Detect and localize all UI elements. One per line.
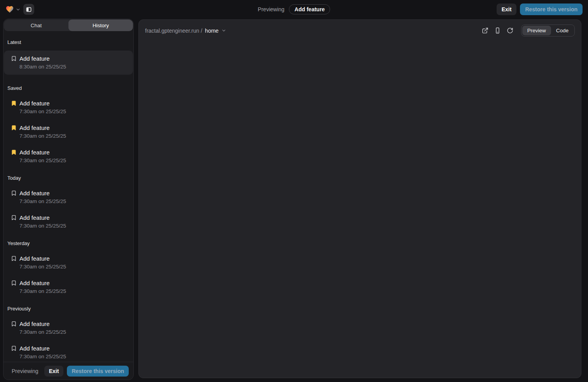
version-item[interactable]: Add feature 7:30am on 25/25/25 xyxy=(7,148,130,165)
version-item[interactable]: Add feature 7:30am on 25/25/25 xyxy=(7,320,130,336)
version-item-timestamp: 7:30am on 25/25/25 xyxy=(19,287,130,295)
open-in-new-tab-button[interactable] xyxy=(482,27,488,34)
preview-url-domain: fractal.gptengineer.run / xyxy=(145,28,202,34)
section-title: Today xyxy=(7,175,130,181)
bookmark-icon xyxy=(11,321,17,327)
preview-panel: fractal.gptengineer.run / home xyxy=(138,19,581,378)
smartphone-icon xyxy=(494,27,501,34)
tab-history[interactable]: History xyxy=(68,19,133,31)
history-section: Yesterday Add feature 7:30am on 25/25/25… xyxy=(7,240,130,295)
toggle-preview[interactable]: Preview xyxy=(522,26,551,35)
version-item-timestamp: 7:30am on 25/25/25 xyxy=(19,157,130,165)
section-title: Saved xyxy=(7,85,130,91)
version-pill[interactable]: Add feature xyxy=(289,4,330,14)
version-item-title: Add feature xyxy=(19,344,130,353)
section-title: Yesterday xyxy=(7,240,130,246)
version-item[interactable]: Add feature 7:30am on 25/25/25 xyxy=(7,99,130,116)
version-item[interactable]: Add feature 7:30am on 25/25/25 xyxy=(7,189,130,205)
app-logo-menu[interactable] xyxy=(5,5,21,14)
version-item[interactable]: Add feature 7:30am on 25/25/25 xyxy=(7,124,130,140)
toggle-sidebar-button[interactable] xyxy=(23,4,34,15)
toggle-code[interactable]: Code xyxy=(551,26,574,35)
bookmark-icon xyxy=(11,256,17,261)
footer-previewing-label: Previewing xyxy=(12,368,41,374)
version-item[interactable]: Add feature 7:30am on 25/25/25 xyxy=(7,344,130,361)
topbar: Previewing Add feature Exit Restore this… xyxy=(0,0,588,19)
preview-code-toggle: PreviewCode xyxy=(521,25,575,37)
version-item-title: Add feature xyxy=(19,254,130,263)
bookmark-icon xyxy=(11,149,17,155)
refresh-preview-button[interactable] xyxy=(507,27,513,34)
version-item-title: Add feature xyxy=(19,189,130,198)
preview-header: fractal.gptengineer.run / home xyxy=(139,20,581,37)
version-item-title: Add feature xyxy=(19,99,130,108)
chevron-down-icon xyxy=(221,28,226,33)
version-item-timestamp: 7:30am on 25/25/25 xyxy=(19,328,130,336)
history-sidebar: ChatHistory Latest Add feature 8:30am on… xyxy=(3,19,134,380)
version-item-timestamp: 7:30am on 25/25/25 xyxy=(19,353,130,361)
bookmark-icon xyxy=(11,190,17,196)
tab-chat[interactable]: Chat xyxy=(4,19,68,31)
footer-exit-button[interactable]: Exit xyxy=(44,366,64,377)
bookmark-icon xyxy=(11,215,17,221)
version-item-title: Add feature xyxy=(19,279,130,287)
version-item-timestamp: 7:30am on 25/25/25 xyxy=(19,198,130,205)
preview-url-page: home xyxy=(205,28,219,34)
history-section: Previously Add feature 7:30am on 25/25/2… xyxy=(7,306,130,361)
bookmark-icon xyxy=(11,125,17,131)
exit-button[interactable]: Exit xyxy=(497,4,517,15)
version-history-list: Latest Add feature 8:30am on 25/25/25 Sa… xyxy=(4,32,133,362)
preview-url-selector[interactable]: fractal.gptengineer.run / home xyxy=(145,28,226,34)
chevron-down-icon xyxy=(16,7,21,12)
mobile-preview-button[interactable] xyxy=(494,27,501,34)
refresh-icon xyxy=(507,27,513,34)
version-item-timestamp: 7:30am on 25/25/25 xyxy=(19,108,130,116)
panel-left-icon xyxy=(26,6,32,13)
bookmark-icon xyxy=(11,280,17,286)
lovable-heart-logo xyxy=(5,5,14,14)
sidebar-tabs: ChatHistory xyxy=(4,19,133,31)
bookmark-icon xyxy=(11,345,17,351)
history-section: Saved Add feature 7:30am on 25/25/25 Add… xyxy=(7,85,130,165)
version-item[interactable]: Add feature 7:30am on 25/25/25 xyxy=(7,214,130,230)
external-link-icon xyxy=(482,27,488,34)
version-item[interactable]: Add feature 7:30am on 25/25/25 xyxy=(7,254,130,271)
version-item-title: Add feature xyxy=(19,320,130,328)
history-section: Latest Add feature 8:30am on 25/25/25 xyxy=(7,39,130,75)
version-item-title: Add feature xyxy=(19,124,130,132)
version-item-timestamp: 7:30am on 25/25/25 xyxy=(19,222,130,230)
version-item-title: Add feature xyxy=(19,148,130,157)
section-title: Latest xyxy=(7,39,130,45)
section-title: Previously xyxy=(7,306,130,312)
version-item-title: Add feature xyxy=(19,54,130,63)
preview-viewport[interactable] xyxy=(139,37,581,378)
version-item-timestamp: 7:30am on 25/25/25 xyxy=(19,263,130,271)
history-section: Today Add feature 7:30am on 25/25/25 Add… xyxy=(7,175,130,230)
version-item[interactable]: Add feature 8:30am on 25/25/25 xyxy=(4,51,133,75)
sidebar-footer: Previewing Exit Restore this version xyxy=(4,362,133,380)
version-item-title: Add feature xyxy=(19,214,130,222)
restore-version-button[interactable]: Restore this version xyxy=(520,4,583,15)
previewing-label: Previewing xyxy=(258,6,284,12)
bookmark-icon xyxy=(11,100,17,106)
footer-restore-version-button[interactable]: Restore this version xyxy=(67,366,129,377)
version-item-timestamp: 7:30am on 25/25/25 xyxy=(19,132,130,140)
version-item[interactable]: Add feature 7:30am on 25/25/25 xyxy=(7,279,130,295)
version-item-timestamp: 8:30am on 25/25/25 xyxy=(19,63,130,71)
bookmark-icon xyxy=(11,56,17,61)
